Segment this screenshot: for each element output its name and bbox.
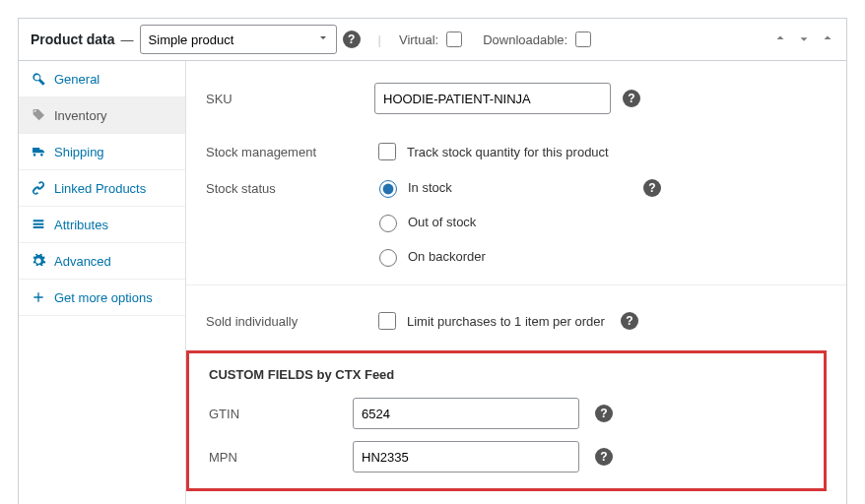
stock-status-in-stock[interactable]: In stock [374,177,452,198]
sku-label: SKU [206,92,359,106]
link-icon [31,180,46,196]
mpn-input[interactable] [353,441,579,472]
product-data-panel: Product data — Simple product ? | Virtua… [18,18,847,504]
inventory-content: SKU ? Stock management Track stock quant… [186,61,846,504]
product-data-tabs: General Inventory Shipping Linked Produc… [19,61,186,504]
gtin-row: GTIN ? [209,398,804,429]
list-icon [31,217,46,232]
move-down-icon[interactable] [797,32,811,48]
sku-input[interactable] [374,83,611,114]
mpn-label: MPN [209,450,337,465]
sold-indiv-label: Sold individually [206,314,359,329]
mpn-row: MPN ? [209,441,804,472]
ctx-feed-heading: CUSTOM FIELDS by CTX Feed [209,367,804,382]
sku-row: SKU ? [186,61,846,124]
stock-management-row: Stock management Track stock quantity fo… [186,124,846,173]
downloadable-checkbox[interactable] [575,32,591,47]
plus-icon [31,289,46,305]
tab-attributes[interactable]: Attributes [19,207,185,243]
wrench-icon [31,71,46,87]
help-icon[interactable]: ? [621,312,638,330]
help-icon[interactable]: ? [643,179,661,197]
move-up-icon[interactable] [773,32,787,48]
help-icon[interactable]: ? [595,448,613,466]
stock-status-label: Stock status [206,177,359,196]
tab-linked-products[interactable]: Linked Products [19,170,185,207]
tag-icon [31,107,46,123]
tab-shipping[interactable]: Shipping [19,134,185,170]
ctx-feed-custom-fields: CUSTOM FIELDS by CTX Feed GTIN ? MPN ? [186,350,827,491]
track-stock-checkbox[interactable] [378,143,396,160]
help-icon[interactable]: ? [343,31,361,48]
stock-status-out-of-stock[interactable]: Out of stock [374,212,661,232]
truck-icon [31,144,46,159]
sold-indiv-checkbox[interactable] [378,312,396,330]
collapse-icon[interactable] [821,32,834,48]
tab-inventory[interactable]: Inventory [19,97,185,134]
product-type-select[interactable]: Simple product [140,25,337,54]
title-separator: — [121,32,134,47]
sold-indiv-toggle[interactable]: Limit purchases to 1 item per order [374,309,605,333]
divider [186,284,846,285]
sold-individually-row: Sold individually Limit purchases to 1 i… [186,293,846,343]
tab-get-more-options[interactable]: Get more options [19,280,185,316]
help-icon[interactable]: ? [595,405,613,422]
gtin-label: GTIN [209,407,337,421]
panel-header: Product data — Simple product ? | Virtua… [19,19,846,61]
track-stock-toggle[interactable]: Track stock quantity for this product [374,140,609,163]
stock-status-backorder[interactable]: On backorder [374,246,661,267]
panel-title: Product data [31,32,115,47]
virtual-toggle[interactable]: Virtual: [399,29,465,50]
help-icon[interactable]: ? [623,90,640,107]
tab-advanced[interactable]: Advanced [19,243,185,280]
downloadable-toggle[interactable]: Downloadable: [483,29,594,50]
stock-status-row: Stock status In stock ? Out o [186,173,846,277]
virtual-checkbox[interactable] [446,32,462,47]
tab-general[interactable]: General [19,61,185,97]
gtin-input[interactable] [353,398,579,429]
gear-icon [31,253,46,269]
stock-mgmt-label: Stock management [206,145,359,159]
